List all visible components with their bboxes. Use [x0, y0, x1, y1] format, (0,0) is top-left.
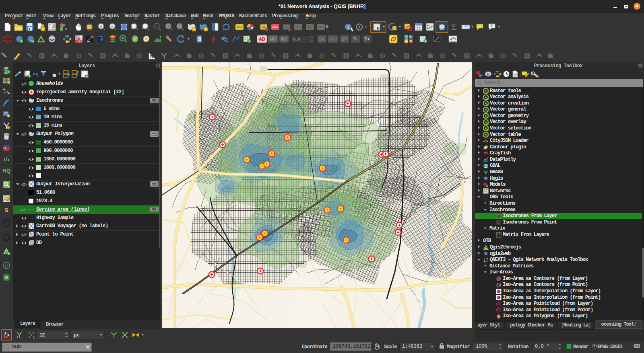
- svg-text:ab: ab: [262, 25, 265, 29]
- svg-text:a: a: [65, 27, 67, 31]
- svg-text:abc: abc: [272, 25, 278, 29]
- svg-text:T+: T+: [364, 37, 369, 41]
- svg-text:ADJ: ADJ: [329, 37, 337, 41]
- svg-text:abc: abc: [318, 25, 324, 29]
- svg-text:T: T: [491, 24, 493, 28]
- svg-text:0.0: 0.0: [293, 37, 300, 42]
- svg-text:ab: ab: [285, 25, 288, 29]
- svg-text:MO: MO: [269, 37, 277, 41]
- svg-text:i: i: [347, 25, 349, 29]
- svg-text:12: 12: [39, 332, 45, 338]
- svg-text:abc: abc: [295, 25, 301, 29]
- svg-text:S: S: [4, 207, 8, 213]
- svg-text:2P: 2P: [342, 37, 347, 41]
- svg-text:N: N: [150, 54, 153, 59]
- svg-text:Σ: Σ: [451, 22, 457, 32]
- svg-text:SC: SC: [319, 37, 325, 41]
- svg-text:abc: abc: [307, 25, 313, 29]
- svg-text:S: S: [409, 35, 412, 39]
- svg-text:?: ?: [198, 37, 200, 41]
- svg-text:abc: abc: [237, 25, 242, 29]
- svg-text:RO: RO: [281, 37, 288, 41]
- svg-text:L: L: [405, 39, 407, 43]
- svg-text:p: p: [5, 263, 8, 268]
- svg-text:AD: AD: [259, 37, 265, 41]
- svg-text:HQ: HQ: [2, 168, 10, 174]
- svg-text:T-: T-: [353, 37, 357, 41]
- svg-text:px: px: [74, 332, 79, 338]
- svg-text:1:1: 1:1: [155, 25, 159, 28]
- svg-text:R: R: [487, 72, 490, 76]
- svg-text:D: D: [410, 39, 412, 43]
